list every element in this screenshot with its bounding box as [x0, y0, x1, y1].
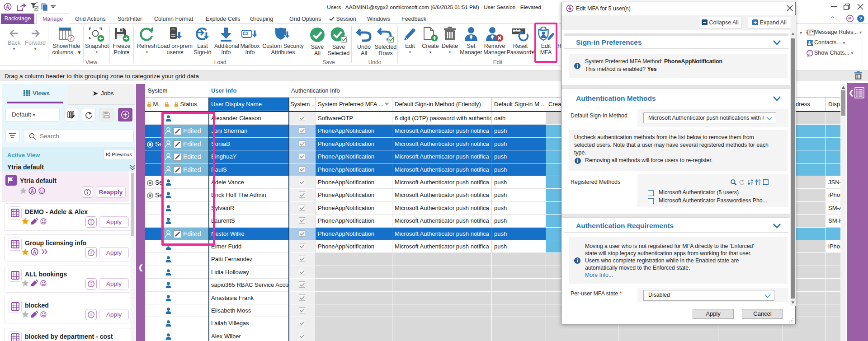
svg-text:?: ? [859, 16, 863, 21]
